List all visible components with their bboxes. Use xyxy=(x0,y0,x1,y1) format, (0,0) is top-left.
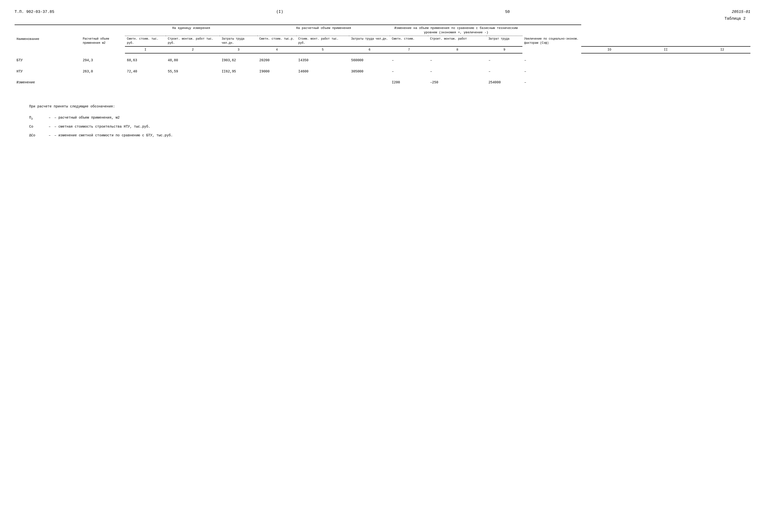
col-group-unit-header: На единицу измерения xyxy=(172,26,210,30)
col6-header: Сметн. стоим. тыс.р. xyxy=(258,36,296,46)
row-ntu-col7: I4600 xyxy=(296,67,349,76)
col7-header: Стоим. монт. работ тыс. руб. xyxy=(296,36,349,46)
row-btu-col9: – xyxy=(390,56,428,65)
doc-number-right: 20515-01 xyxy=(732,10,750,14)
note-text-1: – расчетный объем применения, м2 xyxy=(54,114,120,122)
row-change-col9: I200 xyxy=(390,78,428,87)
row-ntu-col3: 72,40 xyxy=(125,67,166,76)
row-ntu-col10: – xyxy=(428,67,486,76)
row-ntu-col8: 305000 xyxy=(349,67,390,76)
row-change-col8 xyxy=(349,78,390,87)
col-num-2: 2 xyxy=(166,46,220,53)
row-change-col10: –250 xyxy=(428,78,486,87)
main-table: На единицу измерения На расчетный объем … xyxy=(15,25,750,91)
row-btu-col8: 560000 xyxy=(349,56,390,65)
row-btu-col11: – xyxy=(486,56,522,65)
row-change-col6 xyxy=(258,78,296,87)
row-btu-col5: I903,62 xyxy=(220,56,258,65)
header-row-sub: Наименование Расчетный объем применения … xyxy=(15,36,750,46)
section-number: (I) xyxy=(276,10,283,14)
col-num-10: IO xyxy=(581,46,638,53)
row-ntu-col4: 55,59 xyxy=(166,67,220,76)
note-text-3: – изменение сметной стоимости по сравнен… xyxy=(54,132,173,139)
row-change-col4 xyxy=(166,78,220,87)
row-btu-col4: 48,80 xyxy=(166,56,220,65)
row-change-name: Изменение xyxy=(15,78,81,87)
spacer-row-4 xyxy=(15,87,750,91)
row-change-col12: – xyxy=(522,78,581,87)
col4-header: Строит. монтаж. работ тыс. руб. xyxy=(166,36,220,46)
note-item-2: Со – – сметная стоимость строительства Н… xyxy=(29,123,750,131)
note-item-1: П2 – – расчетный объем применения, м2 xyxy=(29,114,750,122)
col11-header: Затрат труда xyxy=(486,36,522,46)
row-btu-col12: – xyxy=(522,56,581,65)
row-change-col7 xyxy=(296,78,349,87)
row-change-col2 xyxy=(81,78,125,87)
row-btu-col3: 68,63 xyxy=(125,56,166,65)
col-group-calc-header: На расчетный объем применения xyxy=(296,26,351,30)
row-change-col11: 254000 xyxy=(486,78,522,87)
column-numbers-row: I 2 3 4 5 6 7 8 9 IO II I2 xyxy=(15,46,750,53)
table-row: БТУ 294,3 68,63 48,80 I903,62 20200 I435… xyxy=(15,56,750,65)
table-row: Изменение I200 –250 254000 – xyxy=(15,78,750,87)
note-text-2: – сметная стоимость строительства НТУ, т… xyxy=(54,123,150,131)
page-number: 50 xyxy=(505,10,510,14)
spacer-row-2 xyxy=(15,65,750,67)
row-ntu-col9: – xyxy=(390,67,428,76)
spacer-row-3 xyxy=(15,76,750,78)
col5-header: Затраты труда чел.дн. xyxy=(220,36,258,46)
page-header: Т.П. 902-03-37.85 (I) 50 20515-01 xyxy=(15,10,750,14)
note-symbol-1: П2 xyxy=(29,114,49,122)
row-change-col3 xyxy=(125,78,166,87)
row-ntu-col11: – xyxy=(486,67,522,76)
row-btu-name: БТУ xyxy=(15,56,81,65)
col9-header: Сметн. стоим. xyxy=(390,36,428,46)
row-ntu-col5: II62,95 xyxy=(220,67,258,76)
col-num-5: 5 xyxy=(296,46,349,53)
col-num-4: 4 xyxy=(258,46,296,53)
col-num-3: 3 xyxy=(220,46,258,53)
spacer-row xyxy=(15,53,750,56)
row-ntu-col6: I9000 xyxy=(258,67,296,76)
row-change-col5 xyxy=(220,78,258,87)
row-btu-col2: 294,3 xyxy=(81,56,125,65)
note-item-3: ΔСо – – изменение сметной стоимости по с… xyxy=(29,132,750,139)
notes-intro: При расчете приняты следующие обозначени… xyxy=(29,103,750,110)
doc-number-left: Т.П. 902-03-37.85 xyxy=(15,10,54,14)
row-btu-col10: – xyxy=(428,56,486,65)
col3-header: Сметн. стоим. тыс. руб. xyxy=(125,36,166,46)
col2-header: Расчетный объем применения м2 xyxy=(81,36,125,56)
notes-section: При расчете приняты следующие обозначени… xyxy=(15,103,750,139)
col-num-7: 7 xyxy=(390,46,428,53)
row-ntu-name: НТУ xyxy=(15,67,81,76)
col-num-6: 6 xyxy=(349,46,390,53)
col-group-change-header: Изменение на объем применения по сравнен… xyxy=(394,26,518,34)
col-num-1: I xyxy=(125,46,166,53)
col-num-12: I2 xyxy=(694,46,750,53)
row-ntu-col12: – xyxy=(522,67,581,76)
header-border-top: На единицу измерения На расчетный объем … xyxy=(15,25,750,36)
row-btu-col7: I4350 xyxy=(296,56,349,65)
table-row: НТУ 263,0 72,40 55,59 II62,95 I9000 I460… xyxy=(15,67,750,76)
col8-header: Затраты труда чел.дн. xyxy=(349,36,390,46)
table-title: Таблица 2 xyxy=(15,17,746,21)
col-num-8: 8 xyxy=(428,46,486,53)
col10-header: Строит. монтаж. работ xyxy=(428,36,486,46)
col1-header: Наименование xyxy=(15,36,81,56)
note-symbol-2: Со xyxy=(29,123,49,131)
row-btu-col6: 20200 xyxy=(258,56,296,65)
row-ntu-col2: 263,0 xyxy=(81,67,125,76)
col-num-9: 9 xyxy=(486,46,522,53)
note-symbol-3: ΔСо xyxy=(29,132,49,139)
col-num-11: II xyxy=(638,46,694,53)
